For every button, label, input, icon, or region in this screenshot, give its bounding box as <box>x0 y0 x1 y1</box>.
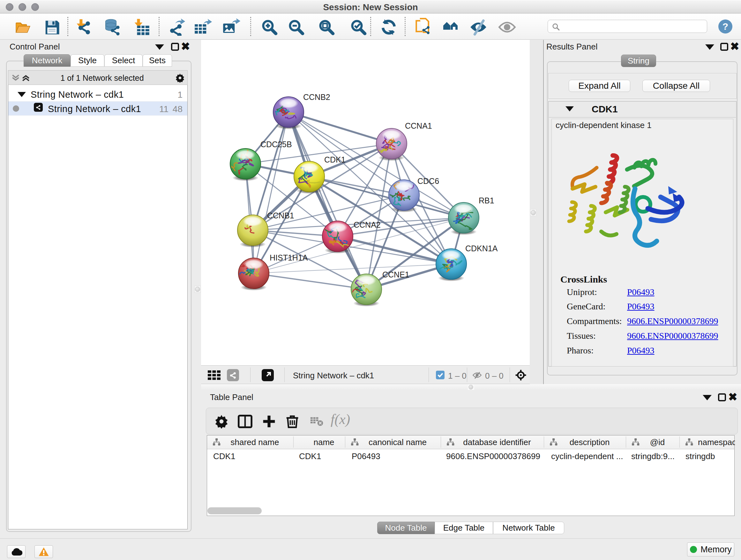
svg-text:CCNA2: CCNA2 <box>354 220 381 229</box>
svg-text:CCNB1: CCNB1 <box>267 211 294 220</box>
svg-text:CCNE1: CCNE1 <box>382 270 409 279</box>
svg-text:CDK1: CDK1 <box>324 155 346 164</box>
svg-text:CCNB2: CCNB2 <box>303 92 330 102</box>
svg-text:?: ? <box>723 21 728 32</box>
svg-text:RB1: RB1 <box>479 196 494 205</box>
svg-text:CDC6: CDC6 <box>417 177 439 186</box>
svg-text:CDC25B: CDC25B <box>260 140 292 149</box>
svg-text:HIST1H1A: HIST1H1A <box>270 253 308 262</box>
svg-text:CDKN1A: CDKN1A <box>465 244 498 253</box>
svg-text:CCNA1: CCNA1 <box>405 121 432 130</box>
